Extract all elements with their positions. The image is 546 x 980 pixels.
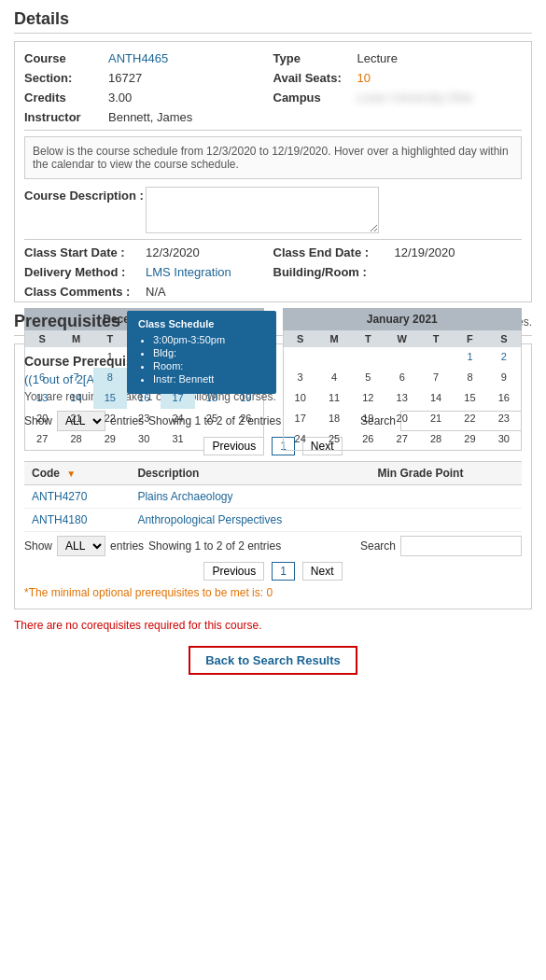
cal-day[interactable]: 6: [25, 368, 59, 388]
cal-day[interactable]: 18: [317, 409, 351, 429]
jan-dow: S M T W T F S: [284, 330, 522, 347]
desc-link[interactable]: Plains Archaeology: [137, 490, 232, 503]
row-description: Plains Archaeology: [130, 485, 370, 509]
code-link[interactable]: ANTH4270: [32, 490, 87, 503]
desc-link[interactable]: Anthropological Perspectives: [137, 513, 282, 526]
cal-day[interactable]: 27: [385, 429, 419, 450]
cal-day[interactable]: 28: [419, 429, 453, 450]
cal-day: [284, 347, 317, 368]
cal-day[interactable]: 1: [93, 347, 127, 368]
course-col: Course ANTH4465: [24, 51, 273, 65]
cal-day[interactable]: 24: [284, 429, 317, 450]
end-date-value: 12/19/2020: [395, 245, 455, 259]
comments-col: Class Comments : N/A: [24, 285, 522, 299]
cal-day[interactable]: 6: [385, 368, 419, 388]
cal-day[interactable]: 11: [317, 388, 351, 409]
cal-day[interactable]: 9: [487, 368, 521, 388]
comments-label: Class Comments :: [24, 285, 146, 299]
table-row: ANTH4270 Plains Archaeology: [24, 485, 522, 509]
cal-day[interactable]: 25: [317, 429, 351, 450]
prev-btn-bottom[interactable]: Previous: [203, 562, 264, 581]
tooltip-bldg: Bldg:: [153, 347, 265, 358]
cal-day[interactable]: 14: [59, 388, 92, 409]
cal-day: [419, 347, 453, 368]
delivery-value: LMS Integration: [146, 265, 231, 279]
type-value: Lecture: [357, 51, 398, 65]
campus-col: Campus Loser University Ohio: [273, 91, 523, 105]
info-box: Below is the course schedule from 12/3/2…: [24, 136, 522, 179]
cal-day[interactable]: 1: [453, 347, 486, 368]
cal-day[interactable]: 29: [93, 429, 127, 450]
cal-day[interactable]: 8: [93, 368, 127, 388]
cal-day[interactable]: 21: [59, 409, 92, 429]
course-desc-label: Course Description :: [24, 187, 146, 203]
cal-day[interactable]: 7: [419, 368, 453, 388]
cal-day[interactable]: 26: [229, 409, 262, 429]
credits-label: Credits: [24, 91, 108, 105]
prereq-table: Code ▼ Description Min Grade Point ANT: [24, 461, 522, 532]
course-desc-row: Course Description :: [24, 187, 522, 233]
cal-day[interactable]: 15: [453, 388, 486, 409]
details-box: Course ANTH4465 Type Lecture Section: 16…: [14, 41, 532, 302]
pagination-bottom: Previous 1 Next: [24, 562, 522, 581]
row-code: ANTH4270: [24, 485, 130, 509]
cal-day[interactable]: 21: [419, 409, 453, 429]
cal-day[interactable]: 22: [93, 409, 127, 429]
cal-day[interactable]: 13: [385, 388, 419, 409]
back-to-search-button[interactable]: Back to Search Results: [189, 646, 357, 675]
cal-day[interactable]: 12: [351, 388, 385, 409]
cal-day[interactable]: 31: [161, 429, 194, 450]
cal-day[interactable]: 28: [59, 429, 92, 450]
cal-day[interactable]: 2: [487, 347, 521, 368]
show-select-bottom[interactable]: ALL 10 25: [57, 536, 105, 556]
cal-day[interactable]: 5: [351, 368, 385, 388]
cal-day[interactable]: 24: [161, 409, 194, 429]
avail-seats-label: Avail Seats:: [273, 71, 357, 85]
cal-day[interactable]: 23: [487, 409, 521, 429]
cal-day[interactable]: 15: [93, 388, 127, 409]
col-min-grade-label: Min Grade Point: [377, 467, 463, 480]
end-date-label: Class End Date :: [273, 245, 395, 259]
cal-day[interactable]: 16: [487, 388, 521, 409]
cal-day[interactable]: 23: [127, 409, 161, 429]
cal-day[interactable]: 13: [25, 388, 59, 409]
cal-day[interactable]: 27: [25, 429, 59, 450]
cal-day[interactable]: 8: [453, 368, 486, 388]
cal-day[interactable]: 29: [453, 429, 486, 450]
cal-day: [317, 347, 351, 368]
cal-day[interactable]: 22: [453, 409, 486, 429]
cal-day[interactable]: 3: [284, 368, 317, 388]
cal-day[interactable]: 26: [351, 429, 385, 450]
tooltip-instr: Instr: Bennett: [153, 373, 265, 385]
col-code[interactable]: Code ▼: [24, 462, 130, 485]
row-min-grade: [370, 509, 522, 532]
course-desc-input[interactable]: [146, 187, 379, 233]
cal-day[interactable]: 14: [419, 388, 453, 409]
cal-day[interactable]: 20: [25, 409, 59, 429]
instructor-value: Bennett, James: [108, 110, 192, 124]
prereq-title: Prerequisites: [14, 312, 120, 331]
table-row: ANTH4180 Anthropological Perspectives: [24, 509, 522, 532]
cal-day[interactable]: 4: [317, 368, 351, 388]
cal-day[interactable]: 25: [195, 409, 229, 429]
course-label: Course: [24, 51, 108, 65]
dow-t: T: [93, 330, 127, 347]
sort-arrow-code: ▼: [66, 469, 76, 479]
cal-day[interactable]: 17: [284, 409, 317, 429]
cal-day[interactable]: 30: [127, 429, 161, 450]
next-btn-bottom[interactable]: Next: [302, 562, 343, 581]
search-input-bottom[interactable]: [400, 536, 522, 556]
prereq-tbody: ANTH4270 Plains Archaeology ANTH4180 Ant…: [24, 485, 522, 532]
cal-day[interactable]: 10: [284, 388, 317, 409]
entries-label-bottom: entries: [110, 539, 144, 553]
cal-day[interactable]: 19: [351, 409, 385, 429]
col-description: Description: [130, 462, 370, 485]
type-col: Type Lecture: [273, 51, 523, 65]
dates-row: Class Start Date : 12/3/2020 Class End D…: [24, 245, 522, 259]
code-link[interactable]: ANTH4180: [32, 513, 87, 526]
cal-day[interactable]: 7: [59, 368, 92, 388]
course-value: ANTH4465: [108, 51, 168, 65]
cal-day[interactable]: 30: [487, 429, 521, 450]
coreq-note: There are no corequisites required for t…: [14, 619, 532, 632]
cal-day[interactable]: 20: [385, 409, 419, 429]
